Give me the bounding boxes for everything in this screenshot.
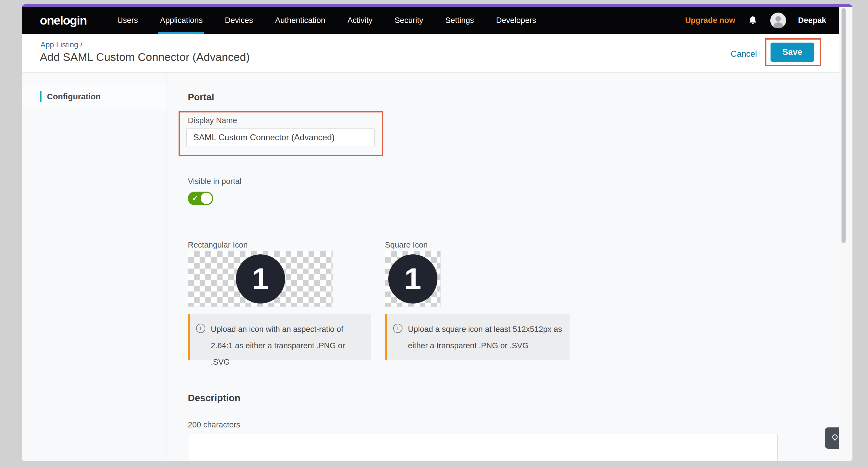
nav-item-security[interactable]: Security [395,7,423,34]
window-top-strip [22,4,852,7]
rectangular-icon-preview[interactable]: 1 [188,251,333,307]
onelogin-logo: onelogin [40,14,87,27]
nav-item-authentication[interactable]: Authentication [275,7,326,34]
top-nav: onelogin UsersApplicationsDevicesAuthent… [22,7,852,34]
scrollbar-track[interactable] [839,7,852,461]
sidebar: Configuration [22,72,167,461]
page-header: App Listing / Add SAML Custom Connector … [22,34,852,72]
page-title: Add SAML Custom Connector (Advanced) [40,51,250,64]
sidebar-item-label: Configuration [47,92,101,101]
nav-item-settings[interactable]: Settings [445,7,474,34]
app-window: onelogin UsersApplicationsDevicesAuthent… [22,4,852,461]
rectangular-icon-label: Rectangular Icon [188,241,248,249]
onelogin-circle-logo-icon: 1 [236,254,285,304]
nav-items: UsersApplicationsDevicesAuthenticationAc… [117,7,536,34]
breadcrumb[interactable]: App Listing / [40,40,83,49]
sidebar-item-configuration[interactable]: Configuration [22,84,166,109]
portal-section-heading: Portal [188,92,214,102]
upgrade-now-link[interactable]: Upgrade now [685,16,735,25]
page-body: Configuration Portal Display Name Visibl… [22,72,852,461]
description-counter-label: 200 characters [188,420,240,429]
scrollbar-thumb[interactable] [841,8,846,243]
nav-item-applications[interactable]: Applications [160,7,203,34]
onelogin-circle-logo-icon: 1 [388,254,437,304]
cancel-button[interactable]: Cancel [731,49,757,59]
nav-item-users[interactable]: Users [117,7,138,34]
visible-in-portal-label: Visible in portal [188,177,241,186]
square-icon-label: Square Icon [385,241,428,249]
square-icon-info-box: i Upload a square icon at least 512x512p… [385,314,569,360]
square-icon-preview[interactable]: 1 [385,251,441,307]
rectangular-icon-info-text: Upload an icon with an aspect-ratio of 2… [211,321,365,370]
info-icon: i [393,324,402,333]
username-label[interactable]: Deepak [798,16,826,25]
save-button[interactable]: Save [771,42,814,62]
notification-bell-icon[interactable] [747,15,758,26]
display-name-input[interactable] [186,128,375,147]
nav-item-devices[interactable]: Devices [225,7,253,34]
info-icon: i [196,324,205,333]
nav-item-developers[interactable]: Developers [496,7,536,34]
visible-in-portal-toggle[interactable] [188,192,213,205]
toggle-knob-icon [201,193,212,204]
description-section-heading: Description [188,393,241,403]
rectangular-icon-info-box: i Upload an icon with an aspect-ratio of… [188,314,371,360]
square-icon-info-text: Upload a square icon at least 512x512px … [408,321,562,354]
description-textarea[interactable] [188,434,778,461]
lightbulb-icon [830,433,840,443]
nav-right: Upgrade now Deepak [685,12,852,28]
user-avatar[interactable] [770,12,786,28]
display-name-label: Display Name [188,116,237,125]
nav-item-activity[interactable]: Activity [347,7,372,34]
sidebar-active-indicator [40,91,41,102]
